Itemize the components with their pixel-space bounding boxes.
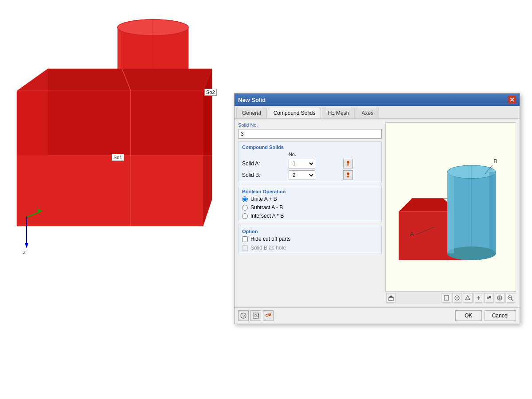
- svg-text:B: B: [493, 158, 497, 164]
- cancel-button[interactable]: Cancel: [485, 310, 516, 321]
- svg-rect-85: [487, 297, 489, 299]
- preview-btn-zoom[interactable]: [505, 293, 515, 303]
- solid-a-select[interactable]: 1 2 3: [289, 159, 315, 168]
- preview-btn-6[interactable]: [495, 293, 505, 303]
- solid-b-select[interactable]: 1 2 3: [289, 170, 315, 180]
- svg-rect-77: [389, 297, 393, 301]
- solid-b-hole-item[interactable]: Solid B as hole: [242, 245, 378, 251]
- hide-cut-label: Hide cut off parts: [250, 236, 291, 242]
- 3d-scene: z x y z: [0, 0, 231, 332]
- solid-b-hole-label: Solid B as hole: [250, 245, 286, 251]
- unite-radio-item[interactable]: Unite A + B: [242, 196, 378, 202]
- solid-no-section: Solid No.: [238, 122, 382, 139]
- subtract-radio[interactable]: [242, 205, 248, 211]
- no-header: No.: [289, 152, 340, 157]
- hide-cut-item[interactable]: Hide cut off parts: [242, 236, 378, 242]
- solid-no-label: Solid No.: [238, 122, 382, 128]
- tab-compound-solids[interactable]: Compound Solids: [268, 108, 321, 118]
- compound-solids-grid: No. Solid A: 1 2 3 Solid B: 1 2: [242, 152, 378, 180]
- svg-rect-70: [447, 172, 454, 254]
- svg-rect-86: [489, 296, 491, 298]
- intersect-radio-item[interactable]: Intersect A * B: [242, 213, 378, 219]
- svg-text:?: ?: [243, 314, 245, 318]
- svg-marker-78: [388, 295, 394, 297]
- svg-line-92: [511, 299, 513, 301]
- preview-btn-2[interactable]: [452, 293, 462, 303]
- new-solid-dialog: New Solid ✕ General Compound Solids FE M…: [234, 93, 520, 324]
- preview-area: A B: [385, 122, 516, 292]
- label-so2: So2: [204, 89, 217, 96]
- intersect-label: Intersect A * B: [250, 213, 284, 219]
- solid-a-label: Solid A:: [242, 160, 285, 167]
- solid-b-label: Solid B:: [242, 172, 285, 178]
- compound-solids-label: Compound Solids: [242, 145, 378, 150]
- preview-btn-1[interactable]: [442, 293, 451, 303]
- svg-point-45: [347, 172, 349, 175]
- boolean-label: Boolean Operation: [242, 189, 378, 194]
- option-section: Option Hide cut off parts Solid B as hol…: [238, 226, 382, 254]
- footer-left: ? 0.00: [238, 310, 274, 321]
- dialog-title: New Solid: [238, 97, 266, 103]
- preview-btn-3[interactable]: [463, 293, 473, 303]
- preview-svg: A B: [386, 123, 516, 291]
- svg-text:0.00: 0.00: [254, 313, 259, 318]
- spacer: [238, 257, 382, 304]
- svg-marker-11: [17, 69, 48, 155]
- svg-text:A: A: [410, 231, 414, 237]
- unite-radio[interactable]: [242, 196, 248, 202]
- preview-btn-5[interactable]: [484, 293, 494, 303]
- close-button[interactable]: ✕: [508, 96, 516, 104]
- left-panel: Solid No. Compound Solids No. Solid A: 1…: [238, 122, 382, 304]
- preview-btn-home[interactable]: [386, 293, 396, 303]
- dialog-footer: ? 0.00 OK Cancel: [235, 307, 520, 324]
- solid-b-pick-button[interactable]: [343, 170, 353, 180]
- boolean-operation-section: Boolean Operation Unite A + B Subtract A…: [238, 186, 382, 222]
- subtract-radio-item[interactable]: Subtract A - B: [242, 204, 378, 211]
- svg-marker-27: [25, 243, 28, 248]
- right-panel: A B: [385, 122, 516, 304]
- svg-point-99: [266, 315, 268, 317]
- svg-rect-79: [444, 296, 449, 300]
- hide-cut-checkbox[interactable]: [242, 236, 248, 242]
- footer-right: OK Cancel: [455, 310, 516, 321]
- label-so1: So1: [112, 154, 124, 161]
- option-label: Option: [242, 229, 378, 234]
- compound-solids-section: Compound Solids No. Solid A: 1 2 3 Solid…: [238, 141, 382, 183]
- svg-marker-82: [466, 296, 470, 300]
- dialog-body: Solid No. Compound Solids No. Solid A: 1…: [235, 119, 520, 307]
- solid-no-input[interactable]: [238, 129, 382, 139]
- svg-rect-71: [489, 172, 496, 254]
- svg-point-42: [347, 161, 349, 164]
- preview-btn-4[interactable]: [473, 293, 483, 303]
- settings-button[interactable]: [263, 310, 274, 321]
- subtract-label: Subtract A - B: [250, 204, 283, 211]
- svg-marker-12: [48, 69, 212, 155]
- ok-button[interactable]: OK: [455, 310, 482, 321]
- tab-general[interactable]: General: [236, 108, 267, 118]
- tab-axes[interactable]: Axes: [356, 108, 379, 118]
- info-button[interactable]: 0.00: [250, 310, 261, 321]
- help-button[interactable]: ?: [238, 310, 249, 321]
- svg-text:z: z: [23, 249, 26, 255]
- solid-b-hole-checkbox[interactable]: [242, 245, 248, 251]
- dialog-titlebar: New Solid ✕: [235, 94, 520, 106]
- radio-group: Unite A + B Subtract A - B Intersect A *…: [242, 196, 378, 219]
- svg-point-30: [26, 216, 27, 218]
- tab-fe-mesh[interactable]: FE Mesh: [322, 108, 355, 118]
- preview-toolbar: [385, 292, 516, 304]
- intersect-radio[interactable]: [242, 213, 248, 219]
- solid-a-pick-button[interactable]: [343, 159, 353, 168]
- unite-label: Unite A + B: [250, 196, 277, 202]
- tab-bar: General Compound Solids FE Mesh Axes: [235, 106, 520, 119]
